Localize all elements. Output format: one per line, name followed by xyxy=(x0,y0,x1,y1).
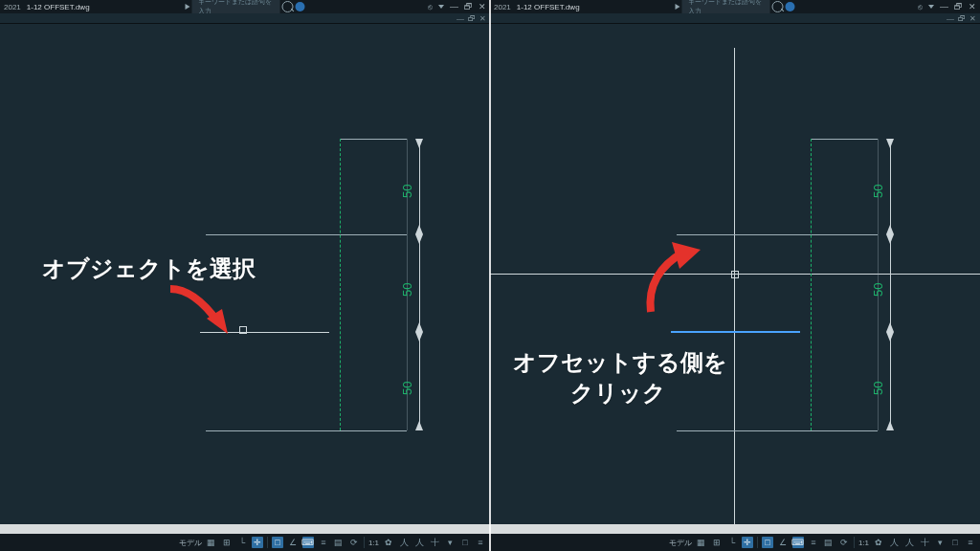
arrow-icon xyxy=(415,332,423,342)
arrow-icon xyxy=(886,234,894,244)
app-year: 2021 xyxy=(494,3,511,11)
model-tab[interactable]: モデル xyxy=(669,538,692,548)
restore-button[interactable]: 🗗 xyxy=(954,2,963,11)
top-short-line xyxy=(340,139,407,140)
anno2-icon[interactable]: 人 xyxy=(903,537,915,548)
restore-button[interactable]: 🗗 xyxy=(464,2,473,11)
model-tab[interactable]: モデル xyxy=(179,538,202,548)
ortho-icon[interactable]: └ xyxy=(236,537,248,548)
menu-icon[interactable]: ≡ xyxy=(475,537,486,548)
user-icon[interactable] xyxy=(296,2,305,11)
cycle-icon[interactable]: ⟳ xyxy=(348,537,360,548)
dyn-icon[interactable]: ⌨ xyxy=(302,537,314,548)
search-icon[interactable] xyxy=(282,1,294,12)
left-pane: 2021 1-12 OFFSET.dwg キーワードまたは語句を入力 ⎋ — 🗗… xyxy=(0,0,490,551)
doc-close-icon[interactable]: ✕ xyxy=(969,14,976,23)
tri-icon[interactable]: ▾ xyxy=(444,537,456,548)
trans-icon[interactable]: ▤ xyxy=(823,537,835,548)
doc-min-icon[interactable]: — xyxy=(457,14,464,23)
plus-icon[interactable]: 十 xyxy=(919,537,930,548)
anno-icon[interactable]: 人 xyxy=(888,537,900,548)
ortho-icon[interactable]: └ xyxy=(726,537,738,548)
lwt-icon[interactable]: ≡ xyxy=(318,537,329,548)
lwt-icon[interactable]: ≡ xyxy=(808,537,819,548)
annotation-right-line2: クリック xyxy=(570,378,666,408)
arrow-icon xyxy=(886,322,894,332)
dim-text-3: 50 xyxy=(871,382,885,395)
anno2-icon[interactable]: 人 xyxy=(413,537,425,548)
grid-icon[interactable]: ▦ xyxy=(206,537,217,548)
dropdown-icon[interactable] xyxy=(928,5,934,9)
doc-restore-icon[interactable]: 🗗 xyxy=(468,14,476,23)
dim-line-2 xyxy=(419,234,420,332)
dim-text-2: 50 xyxy=(400,283,414,297)
box-icon[interactable]: □ xyxy=(949,537,961,548)
title-bar: 2021 1-12 OFFSET.dwg キーワードまたは語句を入力 ⎋ — 🗗… xyxy=(490,0,980,13)
cycle-icon[interactable]: ⟳ xyxy=(838,537,850,548)
menu-icon[interactable]: ≡ xyxy=(965,537,976,548)
selected-line xyxy=(671,331,800,333)
gear-icon[interactable]: ✿ xyxy=(873,537,884,548)
drawing-canvas-right[interactable]: 50 50 50 オフセットする側を クリック xyxy=(490,24,980,524)
anno-icon[interactable]: 人 xyxy=(398,537,410,548)
app-year: 2021 xyxy=(4,3,21,11)
red-arrow-icon xyxy=(632,240,718,317)
box-icon[interactable]: □ xyxy=(459,537,471,548)
dim-text-2: 50 xyxy=(871,283,885,297)
dyn-icon[interactable]: ⌨ xyxy=(792,537,804,548)
minimize-button[interactable]: — xyxy=(450,2,458,11)
user-icon[interactable] xyxy=(786,2,795,11)
grid-icon[interactable]: ▦ xyxy=(696,537,707,548)
play-icon[interactable] xyxy=(676,4,680,10)
dim-text-1: 50 xyxy=(871,185,885,198)
close-button[interactable]: ✕ xyxy=(479,2,486,11)
share-icon[interactable]: ⎋ xyxy=(428,3,433,11)
otrack-icon[interactable]: ∠ xyxy=(777,537,789,548)
scale-label[interactable]: 1:1 xyxy=(858,539,869,547)
polar-icon[interactable]: ✛ xyxy=(742,537,753,548)
arrow-icon xyxy=(886,139,894,148)
gear-icon[interactable]: ✿ xyxy=(383,537,394,548)
doc-min-icon[interactable]: — xyxy=(947,14,954,23)
dropdown-icon[interactable] xyxy=(438,5,444,9)
command-bar[interactable] xyxy=(0,524,490,534)
trans-icon[interactable]: ▤ xyxy=(333,537,345,548)
scale-label[interactable]: 1:1 xyxy=(368,539,379,547)
osnap-icon[interactable]: □ xyxy=(272,537,283,548)
osnap-icon[interactable]: □ xyxy=(762,537,773,548)
dim-line-1 xyxy=(890,139,891,234)
command-bar[interactable] xyxy=(490,524,980,534)
status-bar: モデル ▦ ⊞ └ ✛ □ ∠ ⌨ ≡ ▤ ⟳ 1:1 ✿ 人 人 十 ▾ □ … xyxy=(490,534,980,551)
top-short-line xyxy=(811,139,878,140)
separator xyxy=(854,537,855,548)
separator xyxy=(267,537,268,548)
arrow-icon xyxy=(415,322,423,332)
bottom-line xyxy=(677,430,878,431)
search-icon[interactable] xyxy=(772,1,784,12)
snap-icon[interactable]: ⊞ xyxy=(221,537,233,548)
red-arrow-icon xyxy=(161,284,247,342)
mid-line xyxy=(206,234,407,235)
arrow-icon xyxy=(886,225,894,234)
polar-icon[interactable]: ✛ xyxy=(252,537,263,548)
doc-close-icon[interactable]: ✕ xyxy=(479,14,486,23)
plus-icon[interactable]: 十 xyxy=(429,537,440,548)
arrow-icon xyxy=(886,332,894,342)
pane-divider xyxy=(489,0,491,551)
doc-restore-icon[interactable]: 🗗 xyxy=(958,14,966,23)
dim-line-2 xyxy=(890,234,891,332)
doc-controls: — 🗗 ✕ xyxy=(490,13,980,23)
otrack-icon[interactable]: ∠ xyxy=(287,537,299,548)
close-button[interactable]: ✕ xyxy=(969,2,976,11)
drawing-canvas-left[interactable]: 50 50 50 オブジェクトを選択 xyxy=(0,24,490,524)
separator xyxy=(757,537,758,548)
minimize-button[interactable]: — xyxy=(940,2,948,11)
play-icon[interactable] xyxy=(186,4,190,10)
dim-line-1 xyxy=(419,139,420,234)
separator xyxy=(364,537,365,548)
snap-icon[interactable]: ⊞ xyxy=(711,537,723,548)
tri-icon[interactable]: ▾ xyxy=(934,537,946,548)
mid-line xyxy=(677,234,878,235)
arrow-icon xyxy=(415,234,423,244)
share-icon[interactable]: ⎋ xyxy=(918,3,923,11)
